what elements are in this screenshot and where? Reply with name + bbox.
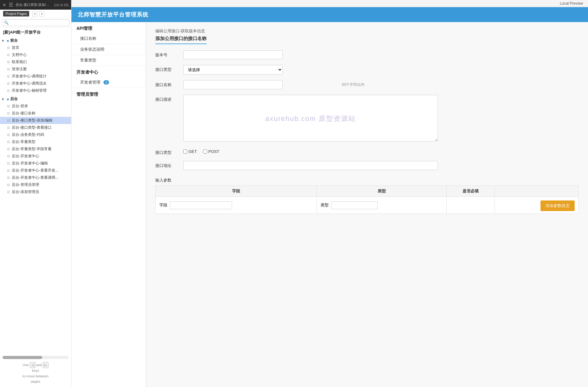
item-label: 后台-接口类型-查看接口: [12, 125, 52, 130]
side-nav-item-api-name[interactable]: 接口名称: [71, 33, 146, 44]
backend-label: 后台: [10, 96, 18, 102]
version-input[interactable]: [183, 50, 283, 59]
watermark-overlay: axurehub.com 原型资源站: [183, 95, 438, 142]
item-label: 后台-管理员管理: [12, 182, 39, 187]
type-input[interactable]: [331, 201, 378, 209]
sidebar-item-contact[interactable]: ⊡ 联系我们: [0, 58, 71, 66]
item-label: 文档中心: [12, 52, 27, 58]
sidebar-item-backend-dev-center[interactable]: ⊡ 后台-开发者中心: [0, 153, 71, 160]
page-icon: ⊡: [6, 190, 11, 194]
sidebar-item-backend-login[interactable]: ⊡ 后台-登录: [0, 103, 71, 110]
page-icon: ⊡: [6, 119, 11, 122]
add-param-button[interactable]: 添加参数状态: [540, 200, 575, 211]
interface-desc-control: axurehub.com 原型资源站: [183, 95, 438, 142]
page-icon: ⊡: [6, 147, 11, 151]
interface-desc-label: 接口描述: [155, 95, 180, 102]
main-header: 北师智慧开放平台管理系统: [71, 7, 588, 22]
form-area: 编辑公用接口-获取版本信息 添加公用接口的接口名称 版本号 接口类型 请选择 类…: [146, 22, 588, 387]
field-input[interactable]: [170, 201, 232, 209]
post-checkbox[interactable]: [203, 150, 207, 154]
sidebar-item-backend-admin[interactable]: ⊡ 后台-管理员管理: [0, 181, 71, 188]
sidebar-item-backend-api-type-view[interactable]: ⊡ 后台-接口类型-查看接口: [0, 124, 71, 131]
page-icon: ⊡: [6, 89, 11, 92]
type-cell-label: 类型: [321, 202, 329, 208]
get-checkbox-item[interactable]: GET: [183, 149, 197, 154]
interface-url-row: 接口地址: [155, 161, 579, 170]
nav-prev-button[interactable]: ‹: [32, 11, 37, 16]
left-panel: ✕ ☰ 后台-接口类型-添加/编辑... (10 of 20) Project …: [0, 0, 71, 387]
sidebar-item-backend-api-name[interactable]: ⊡ 后台-接口名称: [0, 110, 71, 117]
interface-url-label: 接口地址: [155, 161, 180, 168]
frontend-label: 前台: [10, 38, 18, 43]
interface-type-select[interactable]: 请选择 类型A 类型B: [183, 65, 283, 75]
side-nav-item-biz-status[interactable]: 业务状态说明: [71, 44, 146, 55]
search-input[interactable]: [2, 19, 69, 26]
project-pages-button[interactable]: Project Pages: [3, 11, 29, 16]
form-title: 添加公用接口的接口名称: [155, 36, 207, 44]
item-label: 开发者管理: [80, 80, 100, 85]
item-label: 后台-开发者中心-查看开发...: [12, 168, 58, 173]
item-label: 开发者中心-调用统计: [12, 74, 47, 79]
horizontal-scrollbar[interactable]: [2, 356, 69, 359]
nav-hint-and: and: [36, 363, 42, 367]
interface-type-label: 接口类型: [155, 65, 180, 72]
header-title: 北师智慧开放平台管理系统: [78, 12, 148, 18]
sidebar-item-homepage[interactable]: ⊡ 首页: [0, 44, 71, 51]
interface-name-input[interactable]: [183, 80, 283, 89]
sidebar-item-login[interactable]: ⊡ 登录注册: [0, 66, 71, 73]
nav-next-button[interactable]: ›: [39, 11, 44, 16]
page-icon: ⊡: [6, 112, 11, 115]
sidebar-item-backend-add-admin[interactable]: ⊡ 后台-添加管理员: [0, 188, 71, 196]
item-label: 后台-开发者中心-编辑: [12, 161, 48, 166]
expand-icon: ▼: [1, 39, 6, 43]
sidebar-item-docs[interactable]: ⊡ 文档中心: [0, 51, 71, 58]
right-key-box: ▷: [43, 362, 48, 368]
params-label-row: 输入参数: [155, 176, 579, 183]
scrollbar-thumb: [2, 356, 42, 359]
frontend-section[interactable]: ▼ ■ 前台: [0, 37, 71, 44]
sidebar-item-backend-dev-edit[interactable]: ⊡ 后台-开发者中心-编辑: [0, 160, 71, 167]
folder-icon: ■: [7, 97, 9, 101]
menu-icon[interactable]: ☰: [9, 2, 13, 8]
get-checkbox[interactable]: [183, 150, 187, 154]
project-title: [新]API统一开放平台: [0, 28, 71, 37]
sidebar-item-dev-flow[interactable]: ⊡ 开发者中心-调用流水: [0, 80, 71, 87]
side-nav: API管理 接口名称 业务状态说明 常量类型 开发者中心 开发者管理 1 管理员…: [71, 22, 146, 387]
side-nav-item-dev-mgmt[interactable]: 开发者管理 1: [71, 77, 146, 88]
dev-mgmt-badge: 1: [103, 80, 109, 85]
page-icon: ⊡: [6, 75, 11, 78]
sidebar-item-backend-biz-type[interactable]: ⊡ 后台-业务类型-代码: [0, 131, 71, 138]
input-params-label: 输入参数: [155, 176, 180, 183]
item-label: 后台-业务类型-代码: [12, 132, 44, 137]
sidebar-item-backend-dev-view-dev[interactable]: ⊡ 后台-开发者中心-查看开发...: [0, 167, 71, 174]
side-nav-item-const-type[interactable]: 常量类型: [71, 55, 146, 66]
interface-type-control: 请选择 类型A 类型B: [183, 65, 339, 75]
sidebar-item-backend-api-type-add[interactable]: ⊡ 后台-接口类型-添加/编辑: [0, 117, 71, 124]
params-col-required: 是否必填: [447, 186, 495, 197]
sidebar-item-backend-const-type-term[interactable]: ⊡ 后台-常量类型-学段常量: [0, 145, 71, 153]
page-icon: ⊡: [6, 60, 11, 64]
interface-url-input[interactable]: [183, 161, 438, 170]
window-title: 后台-接口类型-添加/编辑...: [16, 2, 52, 7]
close-icon[interactable]: ✕: [2, 2, 6, 7]
tree-container: ▼ ■ 前台 ⊡ 首页 ⊡ 文档中心 ⊡ 联系我们 ⊡ 登录注册 ⊡ 开发者中心…: [0, 37, 71, 354]
sidebar-item-dev-key[interactable]: ⊡ 开发者中心-秘钥管理: [0, 87, 71, 94]
side-nav-section-api: API管理: [71, 22, 146, 33]
page-icon: ⊡: [6, 53, 11, 57]
post-checkbox-item[interactable]: POST: [203, 149, 219, 154]
table-cell-type: 类型: [317, 197, 447, 214]
backend-section[interactable]: ▼ ■ 后台: [0, 95, 71, 103]
sidebar-item-dev-stats[interactable]: ⊡ 开发者中心-调用统计: [0, 73, 71, 80]
nav-hint-pages: pages: [31, 380, 40, 383]
interface-desc-textarea[interactable]: [183, 95, 438, 141]
page-icon: ⊡: [6, 176, 11, 179]
interface-url-control: [183, 161, 438, 170]
page-icon: ⊡: [6, 126, 11, 129]
version-control: [183, 50, 339, 59]
sidebar-item-backend-dev-view-call[interactable]: ⊡ 后台-开发者中心-查看调用...: [0, 174, 71, 181]
table-cell-field-label: 字段: [156, 197, 317, 214]
page-icon: ⊡: [6, 154, 11, 158]
input-params-section: 输入参数 字段 类型 是否必填: [155, 176, 579, 214]
sidebar-item-backend-const-type[interactable]: ⊡ 后台-常量类型: [0, 138, 71, 145]
params-col-action: [495, 186, 578, 197]
